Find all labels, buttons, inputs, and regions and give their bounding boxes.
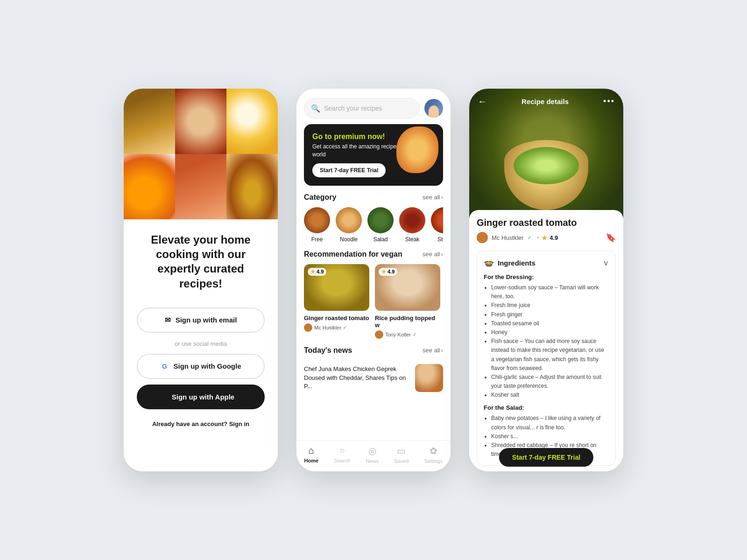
google-icon: G [161, 362, 169, 371]
recipe-card-2[interactable]: ★ 4.9 Rice pudding topped w Tony Kotler … [375, 264, 440, 339]
category-item-salad[interactable]: Salad [367, 207, 394, 243]
signup-email-button[interactable]: ✉ Sign up with email [137, 308, 265, 333]
category-header: Category see all › [304, 193, 443, 202]
bottom-nav: ⌂ Home ○ Search ◎ News ▭ Saved ✿ Setti [296, 440, 451, 471]
phone-onboarding: Elevate your home cooking with our exper… [124, 89, 278, 471]
search-placeholder: Search your recipes [324, 105, 382, 112]
news-image-1 [415, 364, 443, 392]
verified-icon-1: ✓ [343, 325, 347, 330]
recipe-image-2: ★ 4.9 [375, 264, 440, 311]
nav-saved-icon: ▭ [397, 445, 406, 456]
verified-icon-2: ✓ [413, 332, 416, 337]
recipe-image-1: ★ 4.9 [304, 264, 369, 311]
onboarding-headline: Elevate your home cooking with our exper… [137, 232, 265, 291]
nav-news[interactable]: ◎ News [366, 445, 379, 464]
search-icon: 🔍 [311, 104, 320, 113]
photo-grid [124, 89, 278, 219]
category-label-more: Ste... [437, 236, 443, 243]
recipe-rating-2: ★ 4.9 [379, 268, 397, 276]
nav-settings[interactable]: ✿ Settings [424, 445, 443, 464]
back-button[interactable]: ← [478, 96, 487, 107]
recipe-title-1: Ginger roasted tomato [304, 315, 369, 322]
signup-apple-button[interactable]: Sign up with Apple [137, 385, 265, 409]
recipe-title-2: Rice pudding topped w [375, 315, 440, 329]
more-options-button[interactable]: ••• [603, 97, 615, 106]
category-item-noodle[interactable]: Noodle [336, 207, 362, 243]
recipe-author-name: Mc Hustkler [492, 234, 524, 241]
category-list: Free Noodle Salad Steak [304, 207, 443, 243]
recipe-detail-header-title: Recipe details [521, 98, 569, 105]
ingredient-item: Fresh lime juice [491, 301, 609, 310]
category-section: Category see all › Free Noodle [296, 193, 451, 250]
category-label-noodle: Noodle [340, 236, 358, 243]
social-divider: or use social media [175, 340, 227, 347]
ingredient-item: Chili-garlic sauce – Adjust the amount t… [491, 373, 609, 391]
salad-ingredient-item: Baby new potatoes – I like using a varie… [491, 414, 609, 432]
nav-home[interactable]: ⌂ Home [304, 445, 319, 464]
category-item-more[interactable]: Ste... [431, 207, 443, 243]
star-icon-2: ★ [381, 269, 386, 275]
recipe-content: Ginger roasted tomato Mc Hustkler ✓ • ★ … [469, 210, 623, 471]
collapse-icon[interactable]: ∨ [603, 259, 609, 267]
news-header: Today's news see all › [304, 346, 443, 355]
recommendation-see-all[interactable]: see all › [423, 251, 443, 258]
home-icon: ⌂ [309, 445, 314, 456]
salad-subtitle: For the Salad: [484, 404, 609, 411]
photo-stew [175, 154, 226, 219]
banner-cta-button[interactable]: Start 7-day FREE Trial [312, 163, 386, 177]
ingredient-item: Toasted sesame oil [491, 319, 609, 328]
ingredients-header: 🍲 Ingredients ∨ [484, 258, 609, 268]
dressing-subtitle: For the Dressing: [484, 273, 609, 280]
photo-burger [226, 154, 278, 219]
category-see-all[interactable]: see all › [423, 194, 443, 201]
recipe-cta-button[interactable]: Start 7-day FREE Trial [499, 448, 593, 467]
save-recipe-button[interactable]: 🔖 [606, 232, 616, 243]
photo-pumpkin [124, 154, 175, 219]
news-item-1[interactable]: Chef Juna Makes Chicken Geprek Doused wi… [304, 360, 443, 396]
chevron-right-icon-2: › [441, 251, 443, 258]
recipe-rating-row: • ★ 4.9 [537, 233, 558, 242]
category-item-steak[interactable]: Steak [399, 207, 425, 243]
star-icon: ★ [310, 269, 315, 275]
photo-pizza [175, 89, 226, 154]
category-title: Category [304, 193, 336, 202]
category-image-more [431, 207, 443, 233]
recipe-rating-1: ★ 4.9 [308, 268, 326, 276]
signin-link[interactable]: Sign in [229, 420, 249, 427]
user-avatar[interactable] [424, 99, 443, 118]
nav-search[interactable]: ○ Search [334, 445, 350, 464]
nav-home-label: Home [304, 458, 319, 463]
category-image-free [304, 207, 330, 233]
premium-banner: Go to premium now! Get access all the am… [304, 124, 443, 186]
onboarding-content: Elevate your home cooking with our exper… [124, 219, 278, 437]
dot-separator: • [537, 233, 540, 242]
ingredients-title-row: 🍲 Ingredients [484, 258, 536, 268]
author-avatar-1 [304, 323, 312, 332]
phone-recipe-detail: ← Recipe details ••• Ginger roasted toma… [469, 89, 623, 471]
chevron-right-icon: › [441, 194, 443, 201]
recipe-card-1[interactable]: ★ 4.9 Ginger roasted tomato Mc Hustkler … [304, 264, 369, 339]
hero-bar: ← Recipe details ••• [469, 89, 623, 114]
pot-icon: 🍲 [484, 258, 494, 268]
ingredient-item: Fresh ginger [491, 310, 609, 319]
signup-google-button[interactable]: G Sign up with Google [137, 354, 265, 379]
recommendation-title: Recommendation for vegan [304, 250, 402, 259]
category-item-free[interactable]: Free [304, 207, 330, 243]
ingredients-label: Ingredients [498, 259, 536, 267]
search-bar[interactable]: 🔍 Search your recipes [304, 98, 420, 119]
email-icon: ✉ [165, 316, 171, 324]
recipe-author-1: Mc Hustkler ✓ [304, 323, 369, 332]
chevron-right-icon-3: › [441, 347, 443, 354]
phones-container: Elevate your home cooking with our exper… [124, 89, 623, 471]
nav-saved[interactable]: ▭ Saved [394, 445, 409, 464]
category-label-steak: Steak [405, 236, 420, 243]
nav-search-icon: ○ [339, 445, 345, 456]
recipe-hero: ← Recipe details ••• [469, 89, 623, 219]
photo-waffle [124, 89, 175, 154]
recipe-author-row: Mc Hustkler ✓ • ★ 4.9 🔖 [477, 232, 616, 243]
recommendation-section: Recommendation for vegan see all › ★ 4.9 [296, 250, 451, 346]
recipe-author-avatar [477, 232, 488, 243]
avatar-figure [429, 105, 439, 118]
recipe-detail-inner: ← Recipe details ••• Ginger roasted toma… [469, 89, 623, 471]
news-see-all[interactable]: see all › [423, 347, 443, 354]
